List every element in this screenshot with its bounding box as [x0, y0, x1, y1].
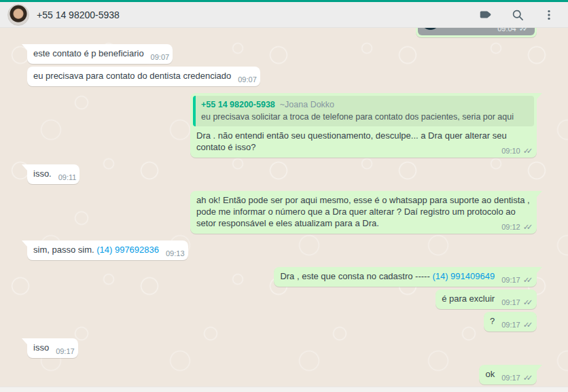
- message-row: ok09:17✓✓: [27, 365, 537, 385]
- message-bubble[interactable]: ok09:17✓✓: [479, 365, 537, 385]
- message-bubble[interactable]: Dra , este que consta no cadastro ----- …: [274, 267, 537, 287]
- text-segment: eu precisava para contato do dentista cr…: [33, 71, 231, 81]
- message-row: este contato é p beneficiario09:07: [27, 44, 537, 64]
- double-check-icon: ✓✓: [519, 28, 529, 33]
- text-segment: ah ok! Então pode ser por aqui mesmo, es…: [196, 195, 530, 228]
- quoted-message[interactable]: +55 14 98200-5938~Joana Dokkoeu precisav…: [193, 96, 534, 126]
- message-time: 09:17: [501, 276, 520, 284]
- message-time: 09:07: [238, 75, 257, 84]
- message-time: 09:17: [501, 298, 520, 306]
- message-time: 09:07: [151, 53, 170, 61]
- double-check-icon: ✓✓: [523, 374, 533, 382]
- phone-link[interactable]: (14) 997692836: [96, 245, 159, 255]
- message-bubble[interactable]: ?09:17✓✓: [484, 312, 537, 332]
- text-segment: sim, passo sim.: [33, 245, 96, 255]
- message-text: ok: [485, 369, 495, 379]
- message-row: ?09:17✓✓: [27, 312, 537, 332]
- quote-text: eu precisava solicitar a troca de telefo…: [201, 111, 515, 122]
- message-bubble[interactable]: é para excluir09:17✓✓: [436, 289, 537, 309]
- message-row: eu precisava para contato do dentista cr…: [27, 67, 537, 86]
- message-meta: 09:17✓✓: [501, 321, 533, 329]
- message-text: este contato é p beneficiario: [33, 48, 144, 58]
- text-segment: isso: [33, 342, 49, 353]
- message-text: ?: [490, 316, 495, 326]
- message-bubble[interactable]: ah ok! Então pode ser por aqui mesmo, es…: [190, 191, 537, 234]
- message-text: ah ok! Então pode ser por aqui mesmo, es…: [196, 195, 530, 228]
- message-bubble[interactable]: este contato é p beneficiario09:07: [27, 44, 173, 64]
- message-text: Dra . não entendi então seu questionamen…: [196, 130, 507, 152]
- message-text: é para excluir: [442, 293, 495, 304]
- message-time: 09:13: [166, 249, 185, 257]
- quote-author-suffix: ~Joana Dokko: [280, 100, 334, 109]
- message-meta: 09:10✓✓: [501, 147, 533, 156]
- message-text: sim, passo sim. (14) 997692836: [33, 245, 159, 255]
- text-segment: isso.: [33, 168, 52, 179]
- message-row: Dra , este que consta no cadastro ----- …: [27, 267, 537, 287]
- message-row: é para excluir09:17✓✓: [27, 289, 537, 309]
- message-text: eu precisava para contato do dentista cr…: [33, 71, 231, 81]
- double-check-icon: ✓✓: [523, 147, 533, 155]
- message-row: isso.09:11: [27, 164, 537, 184]
- message-time: 09:17: [501, 374, 520, 382]
- double-check-icon: ✓✓: [523, 223, 533, 231]
- text-segment: Dra . não entendi então seu questionamen…: [196, 130, 507, 152]
- message-bubble[interactable]: +55 14 98200-5938~Joana Dokkoeu precisav…: [190, 93, 537, 158]
- message-meta: 09:17✓✓: [501, 298, 533, 307]
- voice-message-preview[interactable]: 09:04✓✓: [418, 28, 535, 35]
- message-meta: 09:17✓✓: [501, 374, 533, 382]
- quote-author: +55 14 98200-5938: [201, 100, 275, 109]
- message-bubble[interactable]: isso09:17: [27, 338, 78, 358]
- message-meta: 09:04✓✓: [497, 28, 529, 33]
- sender-avatar-icon: [421, 28, 440, 30]
- message-bubble[interactable]: eu precisava para contato do dentista cr…: [27, 67, 260, 86]
- message-meta: 09:13: [166, 249, 185, 258]
- message-bubble[interactable]: 09:04✓✓: [416, 28, 537, 37]
- message-text: Dra , este que consta no cadastro ----- …: [280, 271, 495, 281]
- label-icon[interactable]: [479, 7, 493, 22]
- message-meta: 09:12✓✓: [501, 223, 533, 232]
- contact-title[interactable]: +55 14 98200-5938: [37, 10, 120, 20]
- message-time: 09:17: [501, 321, 520, 329]
- message-time: 09:17: [56, 347, 75, 355]
- search-icon[interactable]: [510, 7, 525, 22]
- message-time: 09:10: [501, 147, 520, 155]
- message-text: isso: [33, 342, 49, 353]
- message-text: isso.: [33, 168, 52, 179]
- message-meta: 09:07: [238, 75, 257, 84]
- message-bubble[interactable]: sim, passo sim. (14) 99769283609:13: [27, 240, 188, 260]
- chat-header: +55 14 98200-5938: [0, 2, 568, 28]
- message-row: ah ok! Então pode ser por aqui mesmo, es…: [27, 191, 537, 234]
- message-row: isso09:17: [27, 338, 537, 358]
- text-segment: este contato é p beneficiario: [33, 48, 144, 58]
- message-bubble[interactable]: isso.09:11: [27, 164, 79, 184]
- message-list[interactable]: 09:04✓✓este contato é p beneficiario09:0…: [0, 28, 568, 387]
- message-row: +55 14 98200-5938~Joana Dokkoeu precisav…: [27, 93, 537, 158]
- text-segment: ?: [490, 316, 495, 326]
- text-segment: é para excluir: [442, 293, 495, 304]
- text-segment: Dra , este que consta no cadastro -----: [280, 271, 432, 281]
- message-meta: 09:17✓✓: [501, 276, 533, 285]
- message-meta: 09:17: [56, 347, 75, 356]
- menu-kebab-icon[interactable]: [542, 7, 556, 22]
- message-meta: 09:11: [58, 173, 77, 182]
- message-row: sim, passo sim. (14) 99769283609:13: [27, 240, 537, 260]
- composer-bar-edge: [0, 387, 568, 392]
- text-segment: ok: [485, 369, 495, 379]
- whatsapp-chat-window: +55 14 98200-5938 09:0: [0, 0, 568, 392]
- double-check-icon: ✓✓: [523, 298, 533, 306]
- message-time: 09:12: [501, 223, 520, 231]
- message-time: 09:11: [58, 173, 77, 181]
- header-actions: [479, 7, 556, 22]
- message-row: 09:04✓✓: [27, 28, 537, 37]
- double-check-icon: ✓✓: [523, 276, 533, 284]
- contact-avatar[interactable]: [7, 4, 29, 26]
- phone-link[interactable]: (14) 991409649: [432, 271, 495, 281]
- message-time: 09:04: [497, 28, 516, 33]
- double-check-icon: ✓✓: [523, 321, 533, 329]
- message-meta: 09:07: [151, 53, 170, 62]
